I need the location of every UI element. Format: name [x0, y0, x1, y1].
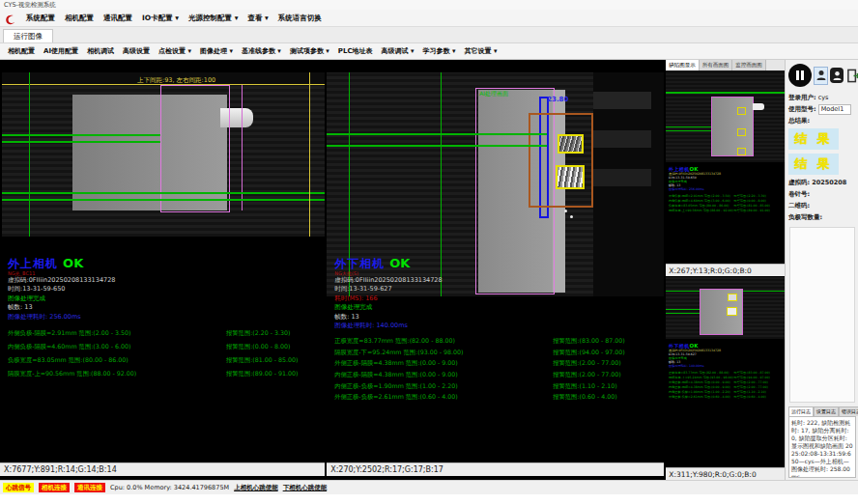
tool-ai-config[interactable]: AI使用配置 [43, 46, 78, 56]
result-ok: OK [389, 256, 410, 270]
thumbnail-upper-overlay: 外上相机OK 虚拟码:0FIIiin20250208133134728 时间:1… [666, 162, 785, 264]
main-area: 上下间距:93, 左右间距:100 外上相机 OK NG光_BC11 虚拟码:0… [0, 60, 858, 480]
virtual-code-label: 虚拟码: [788, 177, 810, 188]
virtual-code-value: 20250208 [812, 177, 846, 188]
grab-elapsed-line: 耗时(MS): 166 [334, 294, 442, 303]
measurement-row: 内侧正极-隔膜=4.38mm 范围:(0.00 - 9.00)报警范围:(2.0… [334, 369, 662, 380]
cursor-vline-yellow [309, 72, 310, 237]
overlay-info-lower: 外下相机 OK NG大批(S) 虚拟码:0FIIiin2025020813313… [334, 253, 442, 330]
model-row: 使用型号: Model1 [788, 103, 856, 115]
result-display-lower: 结 果 [788, 154, 839, 175]
thumbnail-lower[interactable] [666, 277, 785, 339]
measurement-row: 隔膜宽度-下=95.24mm 范围:(93.00 - 98.00)报警范围:(9… [334, 347, 662, 358]
coord-bar-lower: X:270;Y:2502;R:17;G:17;B:17 [327, 462, 664, 476]
log-tabbar: 运行日志 设置日志 错误日志 [788, 406, 856, 416]
tool-advanced-settings[interactable]: 高级设置 [123, 46, 150, 56]
toolbar: 相机配置 AI使用配置 相机调试 高级设置 点检设置 ▾ 图像处理 ▾ 基准线参… [0, 43, 858, 60]
tool-other-settings[interactable]: 其它设置 ▾ [464, 46, 497, 56]
camera-connection-badge: 相机连接 [39, 483, 70, 492]
titlebar: CYS-视觉检测系统 [0, 0, 858, 10]
menu-io-config[interactable]: IO卡配置 ▾ [142, 14, 179, 23]
comm-connection-badge: 通讯连接 [74, 483, 105, 492]
tab-run-image[interactable]: 运行图像 [3, 29, 53, 42]
virtual-code-row: 虚拟码: 20250208 [788, 177, 856, 188]
time-line: 时间:13-31-59-627 [334, 285, 442, 294]
menu-comm-config[interactable]: 通讯配置 [103, 14, 132, 23]
lower-camera-heartbeat-toggle[interactable]: 下相机心跳使能 [283, 484, 328, 492]
tool-camera-config[interactable]: 相机配置 [8, 46, 35, 56]
thumb-tabbar: 缺陷图显示 所有画面图 监控画面图 [666, 60, 785, 70]
tool-test-params[interactable]: 测试项参数 ▾ [290, 46, 329, 56]
camera-view-upper[interactable]: 上下间距:93, 左右间距:100 外上相机 OK NG光_BC11 虚拟码:0… [0, 60, 325, 480]
blank-panel [789, 227, 855, 403]
tool-advanced-debug[interactable]: 高级调试 ▾ [382, 46, 415, 56]
menu-system-config[interactable]: 系统配置 [26, 14, 55, 23]
menu-camera-config[interactable]: 相机配置 [65, 14, 94, 23]
login-user-label: 登录用户: [788, 92, 816, 103]
thumbnail-panel: 缺陷图显示 所有画面图 监控画面图 外上相机OK 虚拟码:0FIIiin2025… [666, 60, 785, 480]
camera-name: 外下相机 [334, 257, 385, 270]
tab-error-log[interactable]: 错误日志 [839, 406, 858, 416]
login-user-row: 登录用户: cys [788, 92, 856, 103]
defect-box-1 [558, 134, 584, 154]
measurement-row: 正极宽度=83.77mm 范围:(82.00 - 88.00)报警范围:(83.… [334, 335, 662, 347]
process-done-line: 图像处理完成 [8, 294, 115, 303]
app-window: CYS-视觉检测系统 系统配置 相机配置 通讯配置 IO卡配置 ▾ 光源控制配置… [0, 0, 858, 504]
defect-box-2 [556, 165, 585, 189]
menubar: 系统配置 相机配置 通讯配置 IO卡配置 ▾ 光源控制配置 ▾ 查看 ▾ 系统语… [0, 10, 858, 27]
tool-learn-params[interactable]: 学习参数 ▾ [423, 46, 456, 56]
measurement-row: 外侧负极-隔膜=2.91mm 范围:(2.00 - 3.50)报警范围:(2.2… [8, 326, 323, 340]
tab-defect-image[interactable]: 缺陷图显示 [666, 60, 700, 70]
barcode-line: 虚拟码:0FIIiin20250208133134728 [334, 276, 442, 285]
measurement-row: 外侧正极-隔膜=4.38mm 范围:(0.00 - 9.00)报警范围:(2.0… [334, 357, 662, 369]
needle-number-label: 卷针号: [788, 188, 810, 200]
heartbeat-badge: 心跳信号 [3, 483, 34, 492]
model-select[interactable]: Model1 [818, 104, 851, 115]
log-output[interactable]: 耗时: 222, 缺陷检测耗时: 17, 缺陷分离耗时: 0, 缺陷提取分区耗时… [788, 416, 856, 478]
tool-camera-debug[interactable]: 相机调试 [87, 46, 114, 56]
frame-count-line: 帧数: 13 [8, 303, 115, 312]
user-icon [833, 70, 842, 81]
thumbnail-upper[interactable] [666, 70, 785, 162]
tool-baseline-params[interactable]: 基准线参数 ▾ [242, 46, 281, 56]
upper-camera-heartbeat-toggle[interactable]: 上相机心跳使能 [234, 484, 278, 492]
cpu-memory-status: Cpu: 0.0% Memory: 3424.41796875M [110, 484, 229, 491]
user-login-button[interactable] [814, 67, 828, 85]
pause-button[interactable] [788, 64, 812, 87]
qr-code-label: 二维码: [788, 200, 810, 211]
result-ok: OK [63, 256, 83, 270]
user-switch-button[interactable] [830, 68, 844, 83]
thumbnail-lower-overlay: 外下相机OK 虚拟码:0FIIiin20250208133134728 时间:1… [666, 339, 785, 467]
neg-write-count-label: 负极写数量: [788, 211, 822, 223]
tab-all-images[interactable]: 所有画面图 [700, 60, 733, 70]
tool-spot-check[interactable]: 点检设置 ▾ [158, 46, 191, 56]
ai-frame-label: AI处理画面 [479, 90, 508, 98]
user-icon [816, 70, 826, 81]
barcode-line: 虚拟码:0FIIiin20250208133134728 [8, 276, 115, 285]
tool-plc-table[interactable]: PLC地址表 [338, 46, 373, 56]
total-result-label: 总结果: [788, 115, 810, 126]
tabbar: 运行图像 [0, 27, 858, 43]
camera-view-lower[interactable]: AI处理画面 23.80 外下相机 OK [327, 60, 664, 480]
camera-image-upper: 上下间距:93, 左右间距:100 [2, 72, 325, 237]
thumb-coord-bar-upper: X:267;Y:13;R:0;G:0;B:0 [666, 264, 785, 276]
gap-annotation: 上下间距:93, 左右间距:100 [137, 76, 215, 85]
window-title: CYS-视觉检测系统 [4, 1, 56, 9]
menu-language[interactable]: 系统语言切换 [278, 14, 322, 23]
menu-view[interactable]: 查看 ▾ [247, 14, 268, 23]
overlay-info-upper: 外上相机 OK NG光_BC11 虚拟码:0FIIiin202502081331… [8, 253, 115, 322]
login-user-value: cys [818, 92, 829, 103]
qr-code-row: 二维码: [788, 200, 856, 211]
camera-name: 外上相机 [8, 257, 58, 270]
total-result-row: 总结果: [788, 115, 856, 126]
elapsed-line: 图像处理耗时: 256.00ms [8, 313, 115, 322]
tab-run-log[interactable]: 运行日志 [788, 406, 814, 416]
bottom-margin [0, 494, 858, 504]
tab-settings-log[interactable]: 设置日志 [814, 406, 839, 416]
tool-image-process[interactable]: 图像处理 ▾ [200, 46, 233, 56]
exit-button[interactable] [845, 68, 858, 83]
menu-light-config[interactable]: 光源控制配置 ▾ [188, 14, 238, 23]
model-label: 使用型号: [788, 103, 816, 115]
frame-count-line: 帧数: 13 [334, 313, 442, 322]
tab-monitor-image[interactable]: 监控画面图 [732, 60, 766, 70]
